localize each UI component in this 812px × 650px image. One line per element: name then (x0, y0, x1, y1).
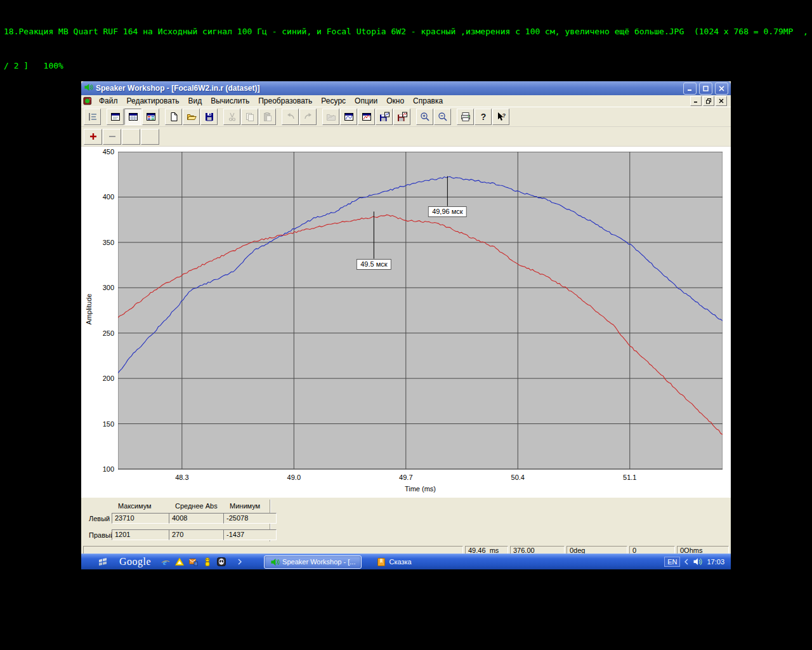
blank-button[interactable] (141, 129, 159, 145)
waveform-plot (118, 152, 723, 470)
toolbar-overflow-chevron[interactable] (237, 559, 242, 565)
maximize-button[interactable] (699, 83, 712, 95)
stats-value-Левый-2: 4008 (169, 513, 226, 524)
menu-item-3[interactable]: Вид (183, 96, 206, 106)
redo-icon (303, 112, 313, 122)
close-button[interactable] (715, 83, 728, 95)
stats-header-2: Среднее Abs (175, 502, 218, 510)
undo-button (282, 109, 299, 125)
y-tick-label: 100 (81, 465, 114, 473)
triangle-quicklaunch-icon[interactable] (174, 557, 185, 567)
task-button-2[interactable]: Сказка (370, 556, 417, 568)
stats-header-3: Минимум (230, 502, 260, 510)
speaker-icon (84, 83, 93, 95)
menu-item-5[interactable]: Преобразовать (254, 96, 317, 106)
save-button[interactable] (200, 109, 218, 125)
x-tick-label: 51.1 (623, 474, 636, 481)
language-indicator[interactable]: EN (664, 557, 680, 567)
save-chart-button[interactable] (376, 109, 393, 125)
zoom-in-icon (420, 112, 430, 122)
view-table-icon (146, 112, 156, 122)
menu-item-9[interactable]: Справка (409, 96, 447, 106)
statistics-panel: МаксимумСреднее AbsМинимумЛевый237104008… (81, 497, 731, 545)
svg-text:?: ? (480, 112, 486, 122)
stats-value-Левый-1: 23710 (112, 513, 171, 524)
mdi-close-button[interactable] (716, 96, 727, 106)
viewer-caption-line1: 18.Реакция MB Quart RUF 164 на Исходный … (4, 26, 812, 37)
minus-big-button (103, 129, 121, 145)
blank-icon (126, 131, 136, 142)
zoom-out-button[interactable] (434, 109, 451, 125)
chart-view-2-icon (362, 112, 372, 122)
paste-icon (263, 112, 273, 122)
export-chart-icon (397, 112, 407, 122)
view-window-icon (110, 112, 121, 122)
mdi-restore-button[interactable] (703, 96, 714, 106)
volume-icon[interactable] (693, 557, 703, 567)
cut-button (223, 109, 240, 125)
new-doc-icon (169, 112, 179, 122)
y-tick-label: 200 (81, 375, 114, 382)
tray-collapse-chevron[interactable] (684, 559, 689, 565)
task-button-1[interactable]: Speaker Workshop - [... (264, 555, 362, 569)
task-button-label: Сказка (389, 558, 411, 566)
svg-text:?: ? (502, 112, 506, 119)
secondary-toolbar (81, 127, 731, 147)
x-axis-title: Time (ms) (118, 485, 723, 493)
menu-item-7[interactable]: Опции (350, 96, 382, 106)
stats-header-1: Максимум (118, 502, 152, 510)
book-icon (376, 557, 386, 567)
import-chart-icon (326, 112, 336, 122)
google-toolbar-label[interactable]: Google (119, 556, 151, 567)
menu-item-6[interactable]: Ресурс (317, 96, 350, 106)
stats-value-Правый-2: 270 (169, 529, 226, 540)
ie-quicklaunch-icon[interactable]: e (160, 557, 171, 567)
clock: 17:03 (707, 558, 724, 566)
export-chart-button[interactable] (393, 109, 410, 125)
plus-big-icon (88, 131, 98, 142)
plus-big-button[interactable] (84, 129, 102, 145)
print-button[interactable] (457, 109, 474, 125)
menu-item-8[interactable]: Окно (382, 96, 409, 106)
chart-view-icon (344, 112, 354, 122)
minimize-button[interactable] (683, 83, 697, 95)
qip-quicklaunch-icon[interactable] (202, 557, 213, 567)
x-tick-label: 49.0 (287, 474, 301, 481)
screen: 18.Реакция MB Quart RUF 164 на Исходный … (0, 0, 812, 650)
annotation-label-2: 49.5 мск (357, 259, 391, 270)
context-help-button[interactable]: ? (492, 109, 509, 125)
menu-item-2[interactable]: Редактировать (122, 96, 184, 106)
y-tick-label: 400 (81, 193, 114, 201)
alien-quicklaunch-icon[interactable] (216, 557, 226, 567)
open-folder-button[interactable] (183, 109, 200, 125)
mdi-minimize-button[interactable] (690, 96, 702, 106)
x-tick-label: 48.3 (175, 474, 188, 481)
chart-view-button[interactable] (340, 109, 357, 125)
plot-area (118, 152, 723, 470)
view-window-button[interactable] (107, 109, 124, 125)
menu-item-4[interactable]: Вычислить (206, 96, 254, 106)
menu-item-1[interactable]: Файл (95, 96, 122, 106)
start-button[interactable] (98, 557, 108, 567)
annotation-label-1: 49,96 мск (428, 206, 466, 217)
redo-button (299, 109, 317, 125)
minus-big-icon (107, 131, 117, 142)
view-grid-button[interactable] (124, 109, 141, 125)
blank-button[interactable] (122, 129, 140, 145)
zoom-in-button[interactable] (416, 109, 433, 125)
chart-view-2-button[interactable] (358, 109, 375, 125)
help-button[interactable]: ? (475, 109, 492, 125)
save-icon (204, 112, 214, 122)
view-list-button[interactable] (84, 109, 101, 125)
new-doc-button[interactable] (165, 109, 182, 125)
task-button-label: Speaker Workshop - [... (282, 558, 355, 566)
y-tick-label: 250 (81, 329, 114, 337)
undo-icon (285, 112, 296, 122)
view-table-button[interactable] (142, 109, 159, 125)
mail-quicklaunch-icon[interactable] (188, 557, 199, 567)
chart-view: Amplitude Time (ms) 49,96 мск49.5 мск450… (81, 147, 731, 497)
mdi-window-controls (690, 96, 729, 106)
title-bar: Speaker Workshop - [Focal6W2.in.r (datas… (81, 81, 731, 95)
view-list-icon (88, 112, 98, 122)
paste-button (259, 109, 276, 125)
